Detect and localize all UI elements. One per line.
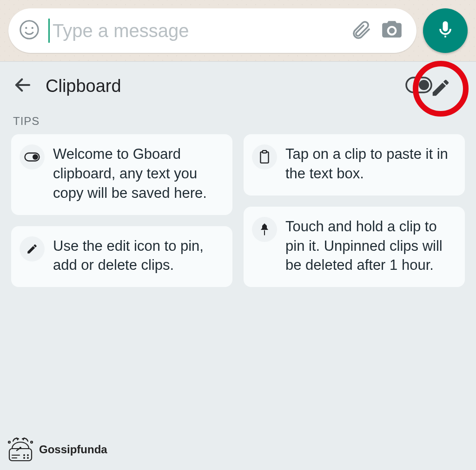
- wa-input-row: Type a message: [0, 0, 476, 61]
- svg-point-18: [27, 454, 29, 456]
- tips-col-left: Welcome to Gboard clipboard, any text yo…: [11, 134, 232, 287]
- mic-icon: [435, 20, 456, 42]
- svg-point-10: [8, 441, 10, 443]
- tip-text: Use the edit icon to pin, add or delete …: [53, 236, 222, 275]
- emoji-icon[interactable]: [19, 19, 40, 42]
- svg-point-17: [23, 454, 25, 456]
- attachment-icon[interactable]: [350, 19, 372, 43]
- message-placeholder: Type a message: [53, 20, 189, 41]
- svg-point-11: [31, 441, 33, 443]
- watermark-text: Gossipfunda: [39, 443, 107, 456]
- svg-point-7: [33, 154, 38, 160]
- toggle-icon: [20, 144, 45, 170]
- svg-point-1: [25, 27, 27, 29]
- watermark: Gossipfunda: [7, 437, 107, 463]
- message-input[interactable]: Type a message: [48, 17, 341, 45]
- clipboard-icon: [252, 144, 277, 170]
- tips-section-label: TIPS: [0, 110, 476, 134]
- tips-grid: Welcome to Gboard clipboard, any text yo…: [0, 134, 476, 287]
- gboard-clipboard-panel: Clipboard TIPS: [0, 61, 476, 470]
- watermark-logo-icon: [7, 437, 34, 463]
- message-input-container: Type a message: [8, 8, 416, 53]
- svg-point-2: [32, 27, 33, 29]
- tip-edit[interactable]: Use the edit icon to pin, add or delete …: [11, 226, 232, 287]
- svg-point-0: [20, 21, 38, 39]
- tip-text: Welcome to Gboard clipboard, any text yo…: [53, 144, 222, 203]
- tip-welcome[interactable]: Welcome to Gboard clipboard, any text yo…: [11, 134, 232, 215]
- back-icon[interactable]: [13, 75, 33, 97]
- tip-text: Touch and hold a clip to pin it. Unpinne…: [285, 217, 455, 275]
- tip-text: Tap on a clip to paste it in the text bo…: [285, 144, 455, 183]
- voice-message-button[interactable]: [423, 8, 468, 53]
- svg-rect-9: [263, 150, 267, 153]
- clipboard-header: Clipboard: [0, 62, 476, 110]
- tips-col-right: Tap on a clip to paste it in the text bo…: [244, 134, 465, 287]
- tip-pin[interactable]: Touch and hold a clip to pin it. Unpinne…: [244, 207, 465, 287]
- edit-highlight-ring: [413, 61, 469, 117]
- camera-icon[interactable]: [380, 18, 403, 43]
- pencil-icon: [20, 236, 45, 261]
- pin-icon: [252, 217, 277, 242]
- svg-point-19: [23, 457, 25, 459]
- tip-tap[interactable]: Tap on a clip to paste it in the text bo…: [244, 134, 465, 196]
- edit-icon[interactable]: [430, 77, 451, 100]
- svg-point-20: [27, 457, 29, 459]
- svg-rect-8: [260, 152, 268, 163]
- text-cursor: [48, 19, 50, 43]
- clipboard-title: Clipboard: [46, 76, 392, 96]
